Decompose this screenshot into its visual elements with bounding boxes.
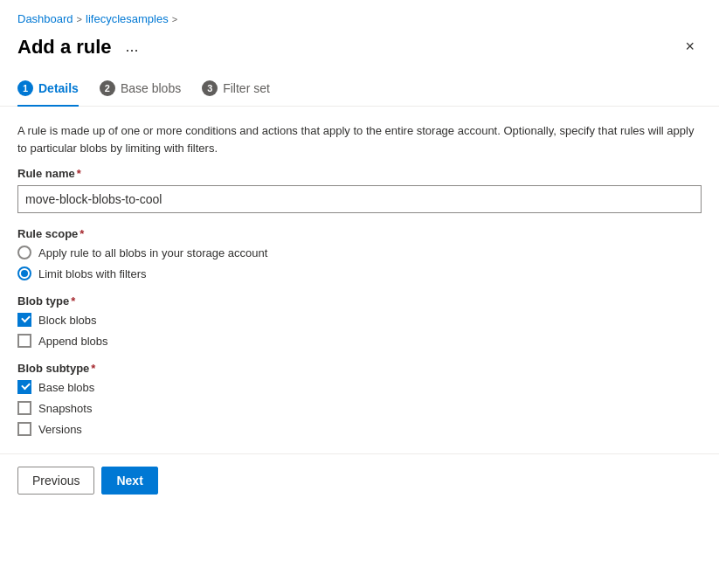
tab-filter-set-num: 3: [202, 80, 218, 96]
base-blobs-option[interactable]: Base blobs: [17, 380, 702, 394]
rule-name-input[interactable]: [17, 185, 702, 213]
scope-all-label: Apply rule to all blobs in your storage …: [38, 246, 267, 259]
breadcrumb: Dashboard > lifecyclesamples >: [0, 0, 719, 31]
snapshots-option[interactable]: Snapshots: [17, 401, 702, 415]
blob-type-checkbox-group: Block blobs Append blobs: [17, 313, 702, 348]
tab-details-label: Details: [38, 81, 79, 95]
tab-filter-set[interactable]: 3 Filter set: [202, 73, 270, 107]
description-text: A rule is made up of one or more conditi…: [0, 107, 719, 167]
close-button[interactable]: ×: [678, 34, 702, 59]
versions-label: Versions: [38, 423, 82, 436]
scope-limit-radio[interactable]: [17, 266, 31, 280]
base-blobs-checkbox[interactable]: [17, 380, 31, 394]
next-button[interactable]: Next: [101, 467, 157, 495]
block-blobs-checkbox[interactable]: [17, 313, 31, 327]
tab-base-blobs-num: 2: [100, 80, 115, 96]
blob-type-field: Blob type* Block blobs Append blobs: [17, 294, 702, 348]
versions-option[interactable]: Versions: [17, 422, 702, 436]
tab-details-num: 1: [17, 80, 33, 96]
tab-details[interactable]: 1 Details: [17, 73, 79, 107]
rule-scope-radio-group: Apply rule to all blobs in your storage …: [17, 246, 702, 280]
title-row: Add a rule ... ×: [0, 31, 719, 73]
base-blobs-label: Base blobs: [38, 381, 94, 394]
rule-scope-label: Rule scope*: [17, 227, 702, 240]
blob-type-label: Blob type*: [17, 294, 702, 308]
tab-filter-set-label: Filter set: [223, 81, 270, 95]
page-title: Add a rule: [17, 36, 112, 59]
previous-button[interactable]: Previous: [17, 467, 94, 495]
blob-subtype-label: Blob subtype*: [17, 362, 702, 375]
scope-all-radio[interactable]: [17, 246, 31, 259]
ellipsis-button[interactable]: ...: [121, 36, 144, 58]
rule-name-label: Rule name*: [17, 167, 702, 180]
tab-base-blobs[interactable]: 2 Base blobs: [100, 73, 181, 107]
breadcrumb-dashboard[interactable]: Dashboard: [17, 12, 73, 25]
chevron-icon-2: >: [172, 14, 177, 24]
footer: Previous Next: [0, 454, 719, 507]
rule-name-field: Rule name*: [17, 167, 702, 213]
append-blobs-option[interactable]: Append blobs: [17, 334, 702, 348]
scope-all-option[interactable]: Apply rule to all blobs in your storage …: [17, 246, 702, 259]
blob-subtype-field: Blob subtype* Base blobs Snapshots Versi…: [17, 362, 702, 436]
versions-checkbox[interactable]: [17, 422, 31, 436]
tab-base-blobs-label: Base blobs: [121, 81, 181, 95]
snapshots-checkbox[interactable]: [17, 401, 31, 415]
append-blobs-checkbox[interactable]: [17, 334, 31, 348]
chevron-icon-1: >: [77, 14, 82, 24]
form-section: Rule name* Rule scope* Apply rule to all…: [0, 167, 719, 436]
tabs-bar: 1 Details 2 Base blobs 3 Filter set: [0, 73, 719, 107]
block-blobs-option[interactable]: Block blobs: [17, 313, 702, 327]
page-container: Dashboard > lifecyclesamples > Add a rul…: [0, 0, 719, 588]
snapshots-label: Snapshots: [38, 402, 92, 415]
breadcrumb-lifecyclesamples[interactable]: lifecyclesamples: [86, 12, 169, 25]
blob-subtype-checkbox-group: Base blobs Snapshots Versions: [17, 380, 702, 436]
block-blobs-label: Block blobs: [38, 314, 96, 327]
scope-limit-label: Limit blobs with filters: [38, 267, 147, 280]
scope-limit-option[interactable]: Limit blobs with filters: [17, 266, 702, 280]
rule-scope-field: Rule scope* Apply rule to all blobs in y…: [17, 227, 702, 280]
append-blobs-label: Append blobs: [38, 335, 108, 348]
